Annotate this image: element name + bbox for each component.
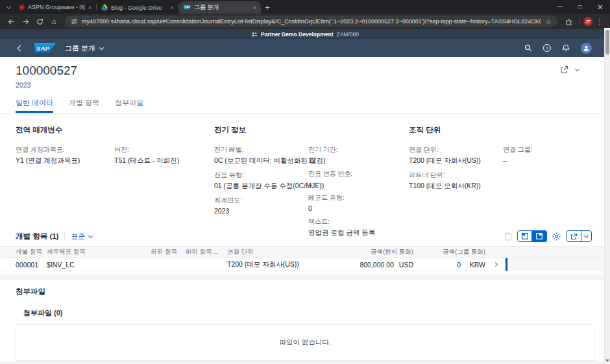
page-subtitle-year: 2023 [16,81,594,89]
url-text[interactable]: my407000.s4hana.cloud.sap/ui#Consolidati… [82,18,541,25]
search-icon[interactable] [524,44,532,52]
divider [64,232,65,240]
app-title[interactable]: 그룹 분개 [65,43,103,53]
address-bar[interactable]: my407000.s4hana.cloud.sap/ui#Consolidati… [65,16,557,27]
browser-tab-sap[interactable]: SAP 그룹 분개 × [179,1,261,14]
tab-title: ASPN Groupware - 메일 [28,3,85,12]
browser-tabstrip: ASPN Groupware - 메일 × Blog - Google Driv… [0,0,610,14]
col-header[interactable]: 연결 단위 [219,248,328,256]
extensions-icon[interactable] [562,15,575,28]
line-items-title: 개별 항목 (1) [16,232,58,241]
freeze-column-toggle-icon[interactable] [532,230,547,242]
field-chart-of-accounts: 연결 계정과목표: Y1 (연결 계정과목표) [16,145,114,165]
app-title-label: 그룹 분개 [65,43,95,53]
app-title-chevron-icon[interactable] [99,45,104,49]
field-doc-change-number: 전표 변동 번호: – [308,169,409,188]
tab-close-icon[interactable]: × [88,5,92,11]
attachments-section-title: 첨부파일 [16,287,594,297]
notifications-bell-icon[interactable] [562,44,570,52]
cell-amount-group: 0 [413,261,461,269]
line-items-table: 개별 항목 재무제표 항목 하위 항목 하위 항목 ... 연결 단위 금액(현… [0,246,610,271]
section-posting-info: 전기 정보 전기 레벨: 0C (보고된 데이터: 비활성화된 점검) 전표 유… [214,125,409,243]
user-avatar-icon[interactable] [581,43,592,54]
export-menu-chevron-icon[interactable] [581,230,592,242]
attachments-empty-panel: 파일이 없습니다. [16,324,594,361]
settings-gear-icon[interactable] [552,232,561,241]
cell-cons-unit: T200 (데모 자회사(US)) [219,260,328,269]
cell-currency-group: KRW [461,261,485,269]
row-navigation-chevron-icon[interactable] [485,263,506,266]
copy-icon[interactable] [504,232,512,241]
share-icon[interactable] [560,66,568,74]
col-header[interactable]: 금액(현지 통화) [328,248,413,256]
col-header[interactable]: 금액(그룹 통화) [413,248,485,256]
tab-title: Blog - Google Drive [111,5,167,11]
view-selector[interactable]: 표준 [71,232,92,241]
new-tab-button[interactable]: + [261,1,274,14]
page-scrollbar[interactable] [604,28,610,364]
scrollbar-thumb[interactable] [605,30,609,55]
tab-attachments[interactable]: 첨부파일 [115,98,143,113]
field-version: 버전: T51 (테스트 - 이희진) [114,145,214,165]
sap-favicon: SAP [184,5,191,10]
tab-line-items[interactable]: 개별 항목 [69,98,99,113]
minimize-button[interactable] [550,0,570,14]
cell-currency-local: USD [394,261,413,269]
sap-logo[interactable]: SAP [34,43,56,53]
forward-icon[interactable] [19,15,32,28]
field-document-type: 전표 유형: 01 (공통 분개장 수동 수정(0C/MJE)) [214,171,308,191]
google-drive-favicon [101,5,108,10]
section-title: 조직 단위 [409,125,594,135]
col-header[interactable]: 하위 항목 [146,248,177,256]
close-button[interactable] [590,0,610,14]
section-title: 전역 매개변수 [16,125,214,135]
cell-amount-local: 800,000.00 [328,261,394,269]
screen: ASPN Groupware - 메일 × Blog - Google Driv… [0,0,610,364]
browser-menu-icon[interactable]: ⋮ [594,18,605,26]
cell-fs-item: $INV_LC [47,261,146,269]
browser-tab-drive[interactable]: Blog - Google Drive × [97,1,178,14]
view-selector-chevron-icon[interactable] [88,233,93,237]
tab-close-icon[interactable]: × [171,5,174,11]
field-consolidation-group: 연결 그룹: – [503,145,594,164]
home-icon[interactable]: ⌂ [47,15,60,28]
col-header[interactable]: 하위 항목 ... [177,248,219,256]
field-posting-period: 전기 기간: 12 [308,145,409,164]
col-header[interactable]: 재무제표 항목 [47,248,146,256]
attachments-list-title: 첨부파일 (0) [23,308,594,318]
browser-toolbar: ⌂ my407000.s4hana.cloud.sap/ui#Consolida… [0,14,610,29]
page-title: 100000527 [16,64,594,78]
back-navigation-icon[interactable] [18,46,23,51]
header-actions-chevron-icon[interactable] [575,67,580,71]
freeze-header-toggle-icon[interactable] [517,230,532,242]
tab-title: 그룹 분개 [194,3,250,12]
maximize-button[interactable]: □ [570,0,590,14]
browser-tab-aspn[interactable]: ASPN Groupware - 메일 × [14,1,96,14]
profile-avatar[interactable]: JT [583,17,592,26]
tab-close-icon[interactable]: × [253,5,256,11]
people-icon [251,32,258,37]
section-global-parameters: 전역 매개변수 연결 계정과목표: Y1 (연결 계정과목표) 버전: T51 … [16,125,214,243]
field-text: 텍스트: 영업권 로컬 금액 등록 [308,217,409,237]
bookmark-star-icon[interactable]: ☆ [545,18,552,26]
col-header[interactable]: 개별 항목 [16,248,47,256]
tab-search-icon[interactable] [3,1,14,14]
tab-general-data[interactable]: 일반 데이터 [16,98,53,113]
field-consolidation-unit: 연결 단위: T200 (데모 자회사(US)) [409,145,503,165]
export-icon[interactable] [566,230,581,242]
table-header-row: 개별 항목 재무제표 항목 하위 항목 하위 항목 ... 연결 단위 금액(현… [0,246,610,258]
field-posting-level: 전기 레벨: 0C (보고된 데이터: 비활성화된 점검) [214,145,308,165]
table-row[interactable]: 000001 $INV_LC T200 (데모 자회사(US)) 800,000… [0,258,507,271]
help-icon[interactable]: ? [543,44,551,52]
window-controls: □ [550,0,610,14]
field-fiscal-year: 회계연도: 2023 [214,196,308,215]
site-info-icon[interactable] [71,18,78,25]
banner-label: Partner Demo Development [261,31,333,38]
sap-shell-bar: SAP 그룹 분개 ? [0,39,610,57]
section-org-units: 조직 단위 연결 단위: T200 (데모 자회사(US)) 파트너 단위: T… [409,125,594,243]
scrollbar-down-arrow-icon[interactable] [605,359,609,362]
back-icon[interactable] [5,15,18,28]
reload-icon[interactable] [33,15,46,28]
section-title: 전기 정보 [214,125,409,135]
system-banner: Partner Demo Development ZAM/080 [0,29,610,39]
